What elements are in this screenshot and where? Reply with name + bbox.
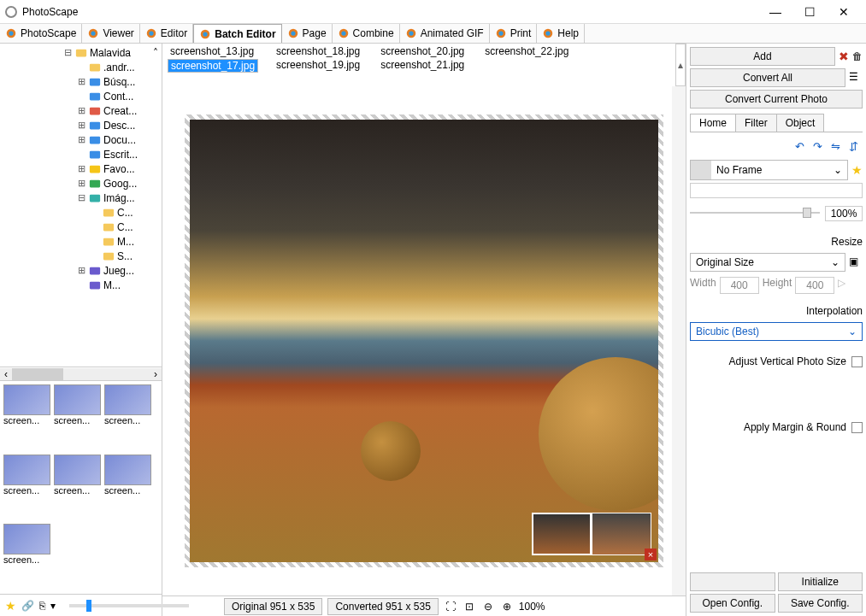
size-mode-select[interactable]: Original Size⌄ bbox=[690, 253, 845, 272]
flip-h-icon[interactable]: ⇋ bbox=[828, 138, 843, 154]
thumbnail[interactable]: screen... bbox=[3, 384, 50, 451]
toolbar-photoscape[interactable]: PhotoScape bbox=[0, 24, 82, 43]
minimize-button[interactable]: — bbox=[758, 2, 792, 22]
tree-node[interactable]: ⊞Desc... bbox=[3, 118, 162, 132]
svg-rect-33 bbox=[90, 267, 100, 274]
tree-node[interactable]: Escrit... bbox=[3, 147, 162, 161]
favorite-star-icon[interactable]: ★ bbox=[5, 599, 16, 613]
convert-all-button[interactable]: Convert All bbox=[690, 68, 845, 87]
tree-node[interactable]: M... bbox=[3, 234, 162, 249]
close-preview-icon[interactable]: × bbox=[645, 549, 657, 560]
file-item[interactable]: screenshot_21.jpg bbox=[378, 59, 467, 73]
toolbar-editor[interactable]: Editor bbox=[140, 24, 193, 43]
width-field[interactable]: 400 bbox=[720, 277, 759, 294]
canvas-v-scrollbar[interactable] bbox=[672, 86, 686, 595]
file-item[interactable]: screenshot_13.jpg bbox=[168, 45, 258, 59]
tree-node[interactable]: ⊞Favo... bbox=[3, 161, 162, 176]
list-options-icon[interactable]: ☰ bbox=[849, 71, 863, 85]
svg-rect-21 bbox=[90, 92, 100, 100]
tree-node[interactable]: ⊞Creat... bbox=[3, 103, 162, 118]
flip-v-icon[interactable]: ⇵ bbox=[845, 138, 861, 154]
apply-margin-checkbox[interactable] bbox=[851, 422, 863, 433]
tab-object[interactable]: Object bbox=[776, 114, 825, 132]
thumb-size-slider[interactable] bbox=[69, 604, 189, 607]
add-button[interactable]: Add bbox=[690, 47, 835, 66]
tree-node[interactable]: ⊞Goog... bbox=[3, 176, 162, 191]
copy-icon[interactable]: ⎘ bbox=[39, 600, 45, 612]
thumbnail[interactable]: screen... bbox=[54, 455, 101, 521]
close-button[interactable]: ✕ bbox=[827, 2, 861, 22]
thumbnail[interactable]: screen... bbox=[3, 455, 50, 521]
thumbnail[interactable]: screen... bbox=[104, 384, 151, 451]
trash-icon[interactable]: 🗑 bbox=[852, 50, 863, 62]
thumbnail[interactable]: screen... bbox=[104, 455, 151, 521]
svg-rect-20 bbox=[90, 78, 100, 85]
svg-rect-23 bbox=[90, 121, 100, 129]
svg-point-9 bbox=[291, 31, 295, 35]
convert-current-button[interactable]: Convert Current Photo bbox=[690, 90, 863, 109]
photo-content bbox=[361, 421, 421, 481]
tab-home[interactable]: Home bbox=[690, 114, 736, 132]
tree-node[interactable]: ⊞Búsq... bbox=[3, 74, 162, 89]
file-item[interactable]: screenshot_19.jpg bbox=[274, 59, 362, 73]
file-item[interactable]: screenshot_22.jpg bbox=[482, 45, 571, 59]
file-item[interactable]: screenshot_17.jpg bbox=[168, 59, 258, 73]
tree-node[interactable]: S... bbox=[3, 249, 162, 263]
redo-icon[interactable]: ↷ bbox=[810, 138, 825, 154]
tab-filter[interactable]: Filter bbox=[735, 114, 777, 132]
scroll-left-icon[interactable]: ‹ bbox=[0, 368, 12, 380]
tree-node[interactable]: M... bbox=[3, 278, 162, 292]
before-thumb[interactable] bbox=[532, 513, 592, 555]
toolbar-help[interactable]: Help bbox=[537, 24, 585, 43]
tree-node[interactable]: ⊞Docu... bbox=[3, 132, 162, 147]
initialize-button[interactable]: Initialize bbox=[778, 572, 863, 591]
zoom-out-icon[interactable]: ⊖ bbox=[481, 600, 495, 613]
tree-node[interactable]: Cont... bbox=[3, 89, 162, 103]
file-item[interactable]: screenshot_18.jpg bbox=[274, 45, 362, 59]
tree-node[interactable]: .andr... bbox=[3, 60, 162, 74]
open-config-button[interactable]: Open Config. bbox=[690, 594, 775, 613]
thumbnail[interactable]: screen... bbox=[3, 524, 50, 590]
file-list[interactable]: screenshot_13.jpgscreenshot_17.jpgscreen… bbox=[162, 44, 576, 86]
frame-opacity-field[interactable] bbox=[690, 183, 863, 198]
image-canvas[interactable]: × bbox=[185, 114, 663, 567]
aspect-lock-icon[interactable]: ▣ bbox=[849, 255, 863, 269]
toolbar-batch-editor[interactable]: Batch Editor bbox=[193, 24, 281, 43]
blank-button[interactable] bbox=[690, 572, 775, 591]
favorite-frame-icon[interactable]: ★ bbox=[851, 163, 863, 177]
after-thumb[interactable] bbox=[592, 513, 651, 555]
opacity-value: 100% bbox=[825, 206, 863, 221]
scroll-right-icon[interactable]: › bbox=[150, 368, 162, 380]
tree-node[interactable]: ⊟Imág... bbox=[3, 191, 162, 205]
tree-node[interactable]: ⊞Jueg... bbox=[3, 263, 162, 278]
thumbnail[interactable]: screen... bbox=[54, 384, 101, 451]
folder-tree[interactable]: ⊟Malavida˄.andr...⊞Búsq...Cont...⊞Creat.… bbox=[0, 44, 162, 367]
toolbar-print[interactable]: Print bbox=[490, 24, 538, 43]
fit-screen-icon[interactable]: ⛶ bbox=[444, 600, 457, 613]
chevron-down-icon[interactable]: ▾ bbox=[50, 600, 56, 612]
apply-size-icon[interactable]: ▷ bbox=[838, 277, 851, 290]
toolbar-animated-gif[interactable]: Animated GIF bbox=[400, 24, 490, 43]
save-config-button[interactable]: Save Config. bbox=[778, 594, 863, 613]
frame-opacity-slider[interactable]: 100% bbox=[690, 204, 863, 221]
collapse-filelist-icon[interactable]: ▴ bbox=[675, 44, 686, 86]
maximize-button[interactable]: ☐ bbox=[792, 2, 827, 22]
height-field[interactable]: 400 bbox=[795, 277, 834, 294]
toolbar-page[interactable]: Page bbox=[282, 24, 333, 43]
tree-h-scrollbar[interactable] bbox=[12, 368, 150, 380]
toolbar-combine[interactable]: Combine bbox=[333, 24, 400, 43]
file-item[interactable]: screenshot_20.jpg bbox=[378, 45, 467, 59]
zoom-in-icon[interactable]: ⊕ bbox=[500, 600, 514, 613]
interpolation-select[interactable]: Bicubic (Best)⌄ bbox=[690, 322, 863, 341]
svg-point-15 bbox=[498, 31, 503, 35]
adjust-vertical-checkbox[interactable] bbox=[851, 356, 863, 367]
link-icon[interactable]: 🔗 bbox=[21, 600, 34, 612]
undo-icon[interactable]: ↶ bbox=[792, 138, 807, 154]
actual-size-icon[interactable]: ⊡ bbox=[462, 600, 476, 613]
frame-select[interactable]: No Frame ⌄ bbox=[690, 160, 848, 180]
tree-node[interactable]: C... bbox=[3, 220, 162, 234]
tree-node[interactable]: C... bbox=[3, 205, 162, 220]
tree-node[interactable]: ⊟Malavida˄ bbox=[3, 45, 162, 60]
toolbar-viewer[interactable]: Viewer bbox=[82, 24, 139, 43]
remove-icon[interactable]: ✖ bbox=[839, 50, 849, 63]
